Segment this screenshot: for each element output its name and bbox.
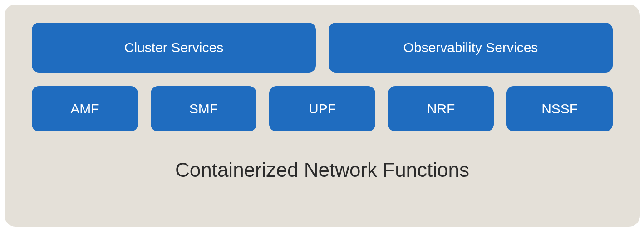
nrf-box: NRF [388, 86, 494, 131]
amf-label: AMF [70, 101, 99, 116]
observability-services-label: Observability Services [403, 40, 538, 55]
smf-box: SMF [151, 86, 257, 131]
cluster-services-box: Cluster Services [32, 23, 316, 73]
upf-box: UPF [269, 86, 375, 131]
services-row: Cluster Services Observability Services [32, 23, 613, 73]
cluster-services-label: Cluster Services [124, 40, 223, 55]
diagram-container: Cluster Services Observability Services … [5, 5, 640, 227]
upf-label: UPF [309, 101, 336, 116]
observability-services-box: Observability Services [329, 23, 613, 73]
smf-label: SMF [189, 101, 218, 116]
nssf-box: NSSF [506, 86, 613, 131]
amf-box: AMF [32, 86, 138, 131]
nssf-label: NSSF [541, 101, 578, 116]
diagram-title: Containerized Network Functions [32, 159, 613, 181]
nrf-label: NRF [427, 101, 455, 116]
functions-row: AMF SMF UPF NRF NSSF [32, 86, 613, 131]
